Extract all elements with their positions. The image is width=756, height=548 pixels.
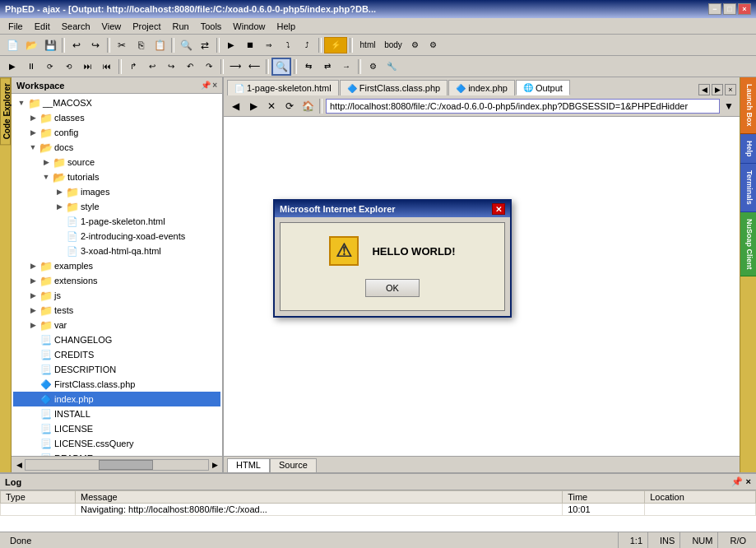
tree-item-firstclass[interactable]: 🔷 FirstClass.class.php: [13, 377, 220, 392]
menu-window[interactable]: Window: [228, 21, 270, 32]
tb2-btn3[interactable]: ⟳: [41, 58, 59, 75]
tb2-xtra1[interactable]: ⇆: [299, 58, 318, 75]
menu-edit[interactable]: Edit: [30, 21, 55, 32]
menu-search[interactable]: Search: [57, 21, 95, 32]
log-pin-icon[interactable]: 📌: [731, 476, 743, 487]
tree-item-skeleton[interactable]: 📄 1-page-skeleton.html: [13, 214, 220, 229]
redo-button[interactable]: ↪: [86, 37, 104, 53]
tb2-btn6[interactable]: ⏮: [98, 58, 116, 75]
tab-source[interactable]: Source: [270, 458, 317, 472]
menu-file[interactable]: File: [3, 21, 28, 32]
tree-item-docs[interactable]: ▼ 📂 docs: [13, 140, 220, 155]
tb2-xtra3[interactable]: →: [337, 58, 355, 75]
scrollbar-thumb[interactable]: [99, 460, 154, 470]
tab-next-btn[interactable]: ▶: [712, 84, 723, 95]
step-button[interactable]: ⇒: [260, 37, 278, 53]
scroll-right-btn[interactable]: ▶: [209, 459, 220, 471]
tree-item-xoad-qa[interactable]: 📄 3-xoad-html-qa.html: [13, 244, 220, 258]
browser-stop-btn[interactable]: ✕: [263, 99, 280, 114]
tree-item-source[interactable]: ▶ 📁 source: [13, 155, 220, 170]
maximize-button[interactable]: □: [723, 3, 736, 15]
browser-go-btn[interactable]: ▼: [721, 99, 736, 114]
tb2-step3[interactable]: ↪: [162, 58, 180, 75]
debug-button[interactable]: ▶: [222, 37, 240, 53]
ie-dialog-close-btn[interactable]: ✕: [492, 203, 505, 215]
browser-refresh-btn[interactable]: ⟳: [281, 99, 298, 114]
close-button[interactable]: ×: [738, 3, 751, 15]
horizontal-scrollbar[interactable]: [25, 459, 209, 471]
log-close-icon[interactable]: ×: [746, 476, 751, 487]
tb2-tools2[interactable]: 🔧: [383, 58, 401, 75]
extra-button[interactable]: ⚙: [424, 37, 442, 53]
step-over-button[interactable]: ⤵: [279, 37, 297, 53]
tree-item-changelog[interactable]: 📃 CHANGELOG: [13, 332, 220, 347]
tree-item-install[interactable]: 📃 INSTALL: [13, 406, 220, 421]
body-tag[interactable]: body: [381, 37, 406, 53]
tb2-btn5[interactable]: ⏭: [79, 58, 97, 75]
tb2-xtra2[interactable]: ⇄: [318, 58, 336, 75]
tree-item-description[interactable]: 📃 DESCRIPTION: [13, 362, 220, 377]
replace-button[interactable]: ⇄: [196, 37, 214, 53]
tb2-tools1[interactable]: ⚙: [364, 58, 382, 75]
tree-item-extensions[interactable]: ▶ 📁 extensions: [13, 273, 220, 288]
tree-item-credits[interactable]: 📃 CREDITS: [13, 347, 220, 362]
tb2-step4[interactable]: ↶: [181, 58, 199, 75]
ie-ok-button[interactable]: OK: [365, 279, 420, 297]
menu-help[interactable]: Help: [271, 21, 300, 32]
copy-button[interactable]: ⎘: [132, 37, 150, 53]
tree-item-config[interactable]: ▶ 📁 config: [13, 125, 220, 140]
tab-skeleton[interactable]: 📄 1-page-skeleton.html: [227, 80, 339, 95]
menu-project[interactable]: Project: [128, 21, 165, 32]
tb2-btn1[interactable]: ▶: [3, 58, 21, 75]
tab-index[interactable]: 🔷 index.php: [448, 80, 515, 95]
tree-item-tutorials[interactable]: ▼ 📂 tutorials: [13, 170, 220, 184]
tb2-step1[interactable]: ↱: [124, 58, 142, 75]
help-tab[interactable]: Help: [740, 134, 756, 165]
cut-button[interactable]: ✂: [113, 37, 131, 53]
tab-html[interactable]: HTML: [227, 458, 270, 472]
tb2-step5[interactable]: ↷: [200, 58, 218, 75]
tree-item-images[interactable]: ▶ 📁 images: [13, 184, 220, 199]
tree-item-macosx[interactable]: ▼ 📁 __MACOSX: [13, 95, 220, 110]
scroll-left-btn[interactable]: ◀: [13, 459, 25, 471]
search-button[interactable]: 🔍: [177, 37, 195, 53]
open-button[interactable]: 📂: [22, 37, 40, 53]
tb2-find[interactable]: ⟶: [226, 58, 244, 75]
workspace-pin-icon[interactable]: 📌: [201, 81, 211, 90]
terminals-tab[interactable]: Terminals: [740, 164, 756, 212]
tree-item-examples[interactable]: ▶ 📁 examples: [13, 258, 220, 273]
browser-home-btn[interactable]: 🏠: [299, 99, 316, 114]
menu-view[interactable]: View: [97, 21, 127, 32]
div-tag[interactable]: ⚙: [406, 37, 423, 53]
stop-button[interactable]: ⏹: [241, 37, 259, 53]
tree-item-classes[interactable]: ▶ 📁 classes: [13, 110, 220, 125]
tree-item-var[interactable]: ▶ 📁 var: [13, 318, 220, 332]
tree-item-license[interactable]: 📃 LICENSE: [13, 421, 220, 436]
html-tag[interactable]: html: [355, 37, 380, 53]
tab-prev-btn[interactable]: ◀: [698, 84, 710, 95]
tree-item-tests[interactable]: ▶ 📁 tests: [13, 303, 220, 318]
tb2-btn2[interactable]: ⏸: [22, 58, 40, 75]
tab-firstclass[interactable]: 🔷 FirstClass.class.php: [340, 80, 448, 95]
paste-button[interactable]: 📋: [151, 37, 169, 53]
tree-item-xoad-events[interactable]: 📄 2-introducing-xoad-events: [13, 229, 220, 244]
tb2-btn4[interactable]: ⟲: [60, 58, 78, 75]
nusoap-tab[interactable]: NuSoap Client: [740, 212, 756, 277]
tab-output[interactable]: 🌐 Output: [516, 80, 570, 95]
menu-tools[interactable]: Tools: [196, 21, 227, 32]
tab-close-btn[interactable]: ×: [725, 84, 736, 95]
browser-back-btn[interactable]: ◀: [227, 99, 243, 114]
tree-item-index[interactable]: 🔷 index.php: [13, 392, 220, 406]
menu-run[interactable]: Run: [167, 21, 193, 32]
tree-item-style[interactable]: ▶ 📁 style: [13, 199, 220, 214]
tree-item-js[interactable]: ▶ 📁 js: [13, 288, 220, 303]
step-out-button[interactable]: ⤴: [298, 37, 316, 53]
tb2-find2[interactable]: ⟵: [245, 58, 263, 75]
url-input[interactable]: [326, 99, 720, 114]
run-button[interactable]: ⚡: [324, 37, 347, 53]
tree-item-license-cssquery[interactable]: 📃 LICENSE.cssQuery: [13, 436, 220, 451]
tb2-search-icon[interactable]: 🔍: [271, 58, 291, 76]
save-button[interactable]: 💾: [41, 37, 59, 53]
new-button[interactable]: 📄: [3, 37, 21, 53]
tb2-step2[interactable]: ↩: [143, 58, 161, 75]
